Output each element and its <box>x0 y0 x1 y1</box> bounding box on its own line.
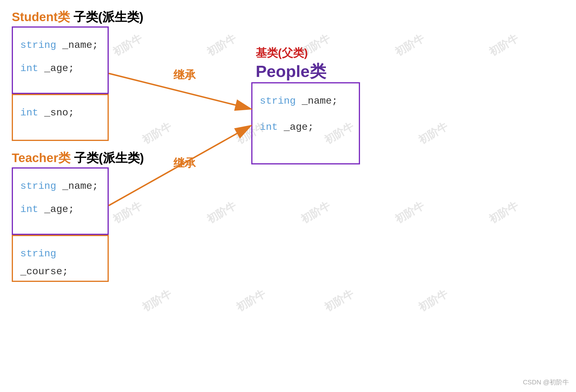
watermark-4: 初阶牛 <box>392 31 427 59</box>
watermark-18: 初阶牛 <box>416 287 451 315</box>
inherit-label-1: 继承 <box>173 68 196 83</box>
student-sno-var: _sno; <box>38 107 74 118</box>
watermark-10: 初阶牛 <box>110 198 145 227</box>
teacher-course-kw: string <box>20 248 56 259</box>
people-int-age: int _age; <box>260 118 351 136</box>
people-base-name: People类 <box>256 60 326 83</box>
watermark-11: 初阶牛 <box>204 198 239 227</box>
watermark-13: 初阶牛 <box>392 198 427 227</box>
student-title-sub: 子类(派生类) <box>70 10 143 24</box>
student-inherited-box: string _name; int _age; <box>12 26 109 94</box>
teacher-own-box: string _course; <box>12 235 109 282</box>
watermark-15: 初阶牛 <box>140 287 174 315</box>
teacher-int-kw: int <box>20 204 38 215</box>
teacher-title-classname: Teacher类 <box>12 151 71 165</box>
people-string-kw: string <box>260 95 296 107</box>
student-title-classname: Student类 <box>12 10 70 24</box>
people-base-title: 基类(父类) <box>256 46 326 60</box>
watermark-1: 初阶牛 <box>110 31 145 59</box>
teacher-int-var: _age; <box>38 204 74 215</box>
student-own-box: int _sno; <box>12 94 109 141</box>
watermark-5: 初阶牛 <box>486 31 521 59</box>
student-int-sno: int _sno; <box>20 104 100 122</box>
teacher-title: Teacher类 子类(派生类) <box>12 150 144 166</box>
teacher-string-name: string _name; <box>20 177 100 195</box>
student-string-kw: string <box>20 40 56 51</box>
watermark-14: 初阶牛 <box>486 198 521 227</box>
teacher-inherited-code: string _name; int _age; <box>13 169 108 227</box>
people-int-var: _age; <box>278 122 314 133</box>
teacher-int-age: int _age; <box>20 201 100 218</box>
people-code: string _name; int _age; <box>252 83 359 145</box>
teacher-title-sub: 子类(派生类) <box>71 151 144 165</box>
people-title: 基类(父类) People类 <box>256 46 326 83</box>
inherit-label-2: 继承 <box>173 156 196 171</box>
watermark-6: 初阶牛 <box>140 119 174 147</box>
watermark-2: 初阶牛 <box>204 31 239 59</box>
student-own-code: int _sno; <box>13 95 108 131</box>
teacher-inherited-box: string _name; int _age; <box>12 167 109 235</box>
teacher-string-var: _name; <box>56 181 98 192</box>
people-string-var: _name; <box>296 95 338 107</box>
teacher-string-course: string _course; <box>20 245 100 281</box>
watermark-12: 初阶牛 <box>298 198 333 227</box>
student-int-age: int _age; <box>20 60 100 78</box>
people-int-kw: int <box>260 122 278 133</box>
teacher-course-var: _course; <box>20 266 68 277</box>
watermark-9: 初阶牛 <box>416 119 451 147</box>
csdn-watermark: CSDN @初阶牛 <box>523 378 569 387</box>
teacher-own-code: string _course; <box>13 236 108 290</box>
student-title: Student类 子类(派生类) <box>12 9 143 25</box>
watermark-16: 初阶牛 <box>234 287 268 315</box>
student-int-kw: int <box>20 63 38 74</box>
teacher-string-kw: string <box>20 181 56 192</box>
student-string-name: string _name; <box>20 36 100 54</box>
watermark-17: 初阶牛 <box>322 287 356 315</box>
student-sno-kw: int <box>20 107 38 118</box>
people-string-name: string _name; <box>260 92 351 110</box>
people-box: string _name; int _age; <box>251 82 360 164</box>
student-int-var: _age; <box>38 63 74 74</box>
student-string-var: _name; <box>56 40 98 51</box>
student-inherited-code: string _name; int _age; <box>13 28 108 86</box>
